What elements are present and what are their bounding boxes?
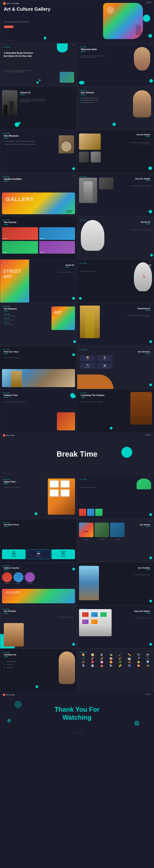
teal-dot-2 xyxy=(39,80,41,81)
missions-image xyxy=(59,135,74,153)
slide-logo-8: ART & CULTURE xyxy=(2,175,9,178)
nav-12: ↗↗ xyxy=(72,261,75,262)
slide-logo-3: ART & CULTURE xyxy=(79,45,86,48)
nav-7: ↗↗ xyxy=(149,131,152,133)
portfolio1-body: Lorem ipsum dolor sit amet consectetur. xyxy=(134,574,150,576)
break-copyright: 2020 Copyright @yourcompany xyxy=(3,473,16,474)
teal-about-2 xyxy=(18,122,21,124)
artists-images: 🚗 xyxy=(79,523,125,537)
slide-our-events: ART & CULTURE ↗↗ Our Events EVENT 01 EVE… xyxy=(0,216,77,259)
about-image xyxy=(2,90,18,116)
teal-art-classes xyxy=(73,340,76,343)
nav-28: ↗↗ xyxy=(72,650,75,651)
contact-title: Contact Us xyxy=(4,653,16,657)
slide-portfolio-1: ART & CULTURE ↗↗ Our Portfolio Lorem ips… xyxy=(77,562,154,605)
slide-logo-19: ART & CULTURE xyxy=(79,391,86,394)
teal-thankyou-1 xyxy=(15,701,22,708)
orange-blob-services xyxy=(77,374,113,389)
nav-6: ↗↗ xyxy=(72,131,75,133)
nav-3: ↗↗ xyxy=(149,45,152,46)
enjoy-gallery-image xyxy=(79,609,111,636)
teal-events02 xyxy=(72,297,75,300)
nav-13: ↗↗ xyxy=(149,261,152,262)
hero-subtitle: Only A Highly Skilled Professional Will … xyxy=(4,21,29,23)
events01-title: Events 01 xyxy=(141,221,150,224)
slide-visit-studio: ART & CULTURE ↗↗ Visit Our Studio Lorem … xyxy=(77,173,154,216)
slide-registrations: ART & CULTURE ↗↗ Registrations Lorem ips… xyxy=(77,303,154,346)
teal-events03 xyxy=(79,297,82,300)
welcome-person-image xyxy=(134,47,150,70)
portfolio2-image-area xyxy=(0,621,46,648)
teal-enjoy xyxy=(149,643,152,646)
visions-list: Vision statement one here lorem ipsum Vi… xyxy=(81,97,110,104)
prices-title: Art Class Prices xyxy=(4,524,19,527)
artists-title: Our Artists xyxy=(140,524,150,527)
culture-tour-title: Culture Tour xyxy=(4,394,18,398)
art-studio-image-3 xyxy=(91,152,101,162)
slide-hero: 🎨 ART & CULTURE ⚙ 🔗 ⊞ Art & Culture Gall… xyxy=(0,0,154,43)
open-tour-body: Lorem ipsum dolor sit amet consectetur. xyxy=(4,487,20,488)
teal-blob-top xyxy=(57,43,68,53)
visions-person-image xyxy=(133,90,151,117)
slide-beautiful-body: ART & CULTURE ↗↗ A Beautiful Body Parish… xyxy=(0,43,77,87)
slide-learning-culture: ART & CULTURE ↗↗ Learning The Culture Lo… xyxy=(77,389,154,432)
nav-16: ↗↗ xyxy=(72,347,75,349)
events-grid: EVENT 01 EVENT 02 EVENT 03 EVENT 04 xyxy=(2,227,75,254)
nav-10: ↗↗ xyxy=(72,218,75,219)
slide-logo-18: ART & CULTURE xyxy=(2,391,9,394)
teal-blob-bottom xyxy=(79,81,84,85)
visit-studio-body: Lorem ipsum dolor sit amet, consectetur … xyxy=(128,185,150,188)
nav-20: ↗↗ xyxy=(72,477,75,478)
portfolio1-title: Our Portfolio xyxy=(138,567,150,570)
beautiful-body-title: A Beautiful Body Parishes But Work Of Ar… xyxy=(4,52,36,58)
art-studio-title: Our Art Studio xyxy=(136,133,150,137)
learning-culture-image xyxy=(130,392,152,425)
hero-read-more-button[interactable]: Read More xyxy=(4,25,14,28)
teal-portfolio1 xyxy=(149,600,152,602)
slide-gallery-coaches: ART & CULTURE ↗↗ Gallery Coaches Coach O… xyxy=(0,562,77,605)
break-logo: 🎨 ART & CULTURE xyxy=(3,434,15,437)
teal-open-tour xyxy=(34,512,37,515)
slide-missions: ART & CULTURE ↗↗ Our Missions ✓ Mission … xyxy=(0,130,77,173)
artists-names: Artist One Artist Two Artist Three xyxy=(79,539,125,540)
slide-events-01: ART & CULTURE ↗↗ Events 01 Lorem ipsum d… xyxy=(77,216,154,259)
art-classes-title: Art Classes xyxy=(4,307,17,311)
teal-thankyou-2 xyxy=(134,720,139,726)
coaches-bottom-image: GALLERY xyxy=(2,589,75,603)
slide-logo-10: ART & CULTURE xyxy=(2,218,9,221)
teal-studio xyxy=(148,166,152,170)
slide-logo-13: ART & CULTURE xyxy=(79,261,86,264)
slide-open-tour: ART & CULTURE ↗↗ Open Tour Lorem ipsum d… xyxy=(0,475,77,519)
contact-person-image xyxy=(59,651,75,684)
slide-our-artists: ART & CULTURE ↗↗ Our Artists 🚗 xyxy=(77,519,154,562)
slide-logo-17: ART & CULTURE xyxy=(79,347,86,351)
teal-destination xyxy=(149,513,152,516)
teal-artists xyxy=(149,556,152,559)
teal-learning xyxy=(110,427,112,430)
break-nav: ⚙ 🔗 ⊞ xyxy=(145,434,151,436)
destination-images xyxy=(79,509,103,516)
slide-logo-14: ART & CULTURE xyxy=(2,304,9,308)
nav-21: ↗↗ xyxy=(149,477,152,478)
art-studio-body: Lorem ipsum dolor sit amet, consectetur … xyxy=(128,142,150,145)
nav-25: ↗↗ xyxy=(149,564,152,565)
slide-logo-28: ART & CULTURE xyxy=(2,650,9,653)
nav-27: ↗↗ xyxy=(149,607,152,608)
services-grid: 🎨 Painting 🗿 Sculpture 📷 Photography 💻 D… xyxy=(80,355,112,369)
about-title: About Us xyxy=(20,91,31,95)
teal-visions xyxy=(112,123,116,126)
facilities-title: Studio Facilities xyxy=(4,178,22,182)
slide-thank-you: 🎨 ART & CULTURE ⚙ 🔗 ⊞ Thank You For Watc… xyxy=(0,692,154,735)
slide-logo-24: ART & CULTURE xyxy=(2,564,9,567)
portfolio2-body: Lorem ipsum dolor sit amet consectetur. xyxy=(58,616,74,618)
nav-5: ↗↗ xyxy=(149,88,152,89)
find-class-image xyxy=(2,369,75,387)
events02-title: Events 02 xyxy=(66,264,74,267)
logo-text: ART & CULTURE xyxy=(6,3,19,4)
teal-blob-culture xyxy=(69,392,76,399)
art-classes-list: Classic Arts Lorem ipsum dolor sit amet … xyxy=(4,314,15,325)
emoji-grid: 🎨 🖼️ 🗿 🎭 🖌️ ✏️ 🎬 📷 🎵 🎸 🎺 🥁 🎻 🎹 🎤 🎧 🦋 🌺 🌸… xyxy=(79,653,152,689)
portfolio2-title: Our Portfolio xyxy=(4,610,16,613)
nav-11: ↗↗ xyxy=(149,218,152,219)
nav-19: ↗↗ xyxy=(149,391,152,392)
